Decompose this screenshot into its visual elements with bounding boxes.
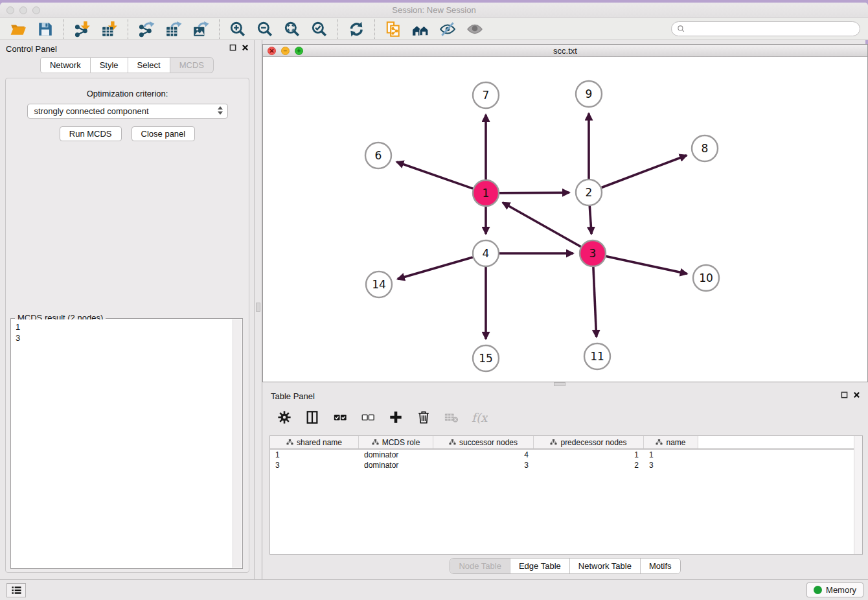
graph-node-1[interactable]: 1 [473,180,499,206]
open-session-icon[interactable] [9,20,27,38]
tab-network-table[interactable]: Network Table [569,559,640,573]
vertical-splitter[interactable] [255,40,262,579]
graph-node-3[interactable]: 3 [580,240,606,266]
gear-icon[interactable] [276,409,293,426]
network-window-titlebar[interactable]: ✕ − + scc.txt [263,45,867,57]
refresh-icon[interactable] [347,20,365,38]
optimization-criterion-label: Optimization criterion: [6,89,249,98]
column-header-predecessor-nodes[interactable]: predecessor nodes [534,436,644,448]
add-icon[interactable] [387,409,404,426]
svg-text:2: 2 [586,186,593,199]
table-cell: 2 [534,460,644,470]
table-panel: Table Panel f(x) shared nameMCDS rolesuc… [262,387,868,579]
close-panel-icon[interactable] [242,44,249,51]
edge-1-6[interactable] [396,162,473,189]
save-session-icon[interactable] [36,20,54,38]
graph-node-11[interactable]: 11 [584,343,610,369]
graph-node-8[interactable]: 8 [692,135,718,161]
tab-motifs[interactable]: Motifs [640,559,680,573]
trash-icon[interactable] [415,409,432,426]
hide-selected-icon[interactable] [439,20,457,38]
horizontal-splitter-grip[interactable] [554,382,565,386]
table-cell: 1 [534,450,644,460]
svg-text:3: 3 [589,247,597,260]
table-row[interactable]: 1dominator411 [270,450,862,460]
column-header-MCDS-role[interactable]: MCDS role [359,436,433,448]
tab-select[interactable]: Select [128,57,170,73]
tab-node-table[interactable]: Node Table [450,559,510,573]
table-cell: 1 [270,450,359,460]
mcds-result-list[interactable]: 1 3 [12,319,233,568]
first-neighbors-icon[interactable] [411,20,429,38]
zoom-selected-icon[interactable] [310,20,328,38]
graph-node-4[interactable]: 4 [473,240,499,266]
edge-3-11[interactable] [593,267,597,337]
criterion-selected-value: strongly connected component [34,106,149,116]
memory-button[interactable]: Memory [806,583,863,597]
float-panel-icon[interactable] [229,44,236,51]
network-graph[interactable]: 7968124314101511 [263,57,867,382]
import-table-icon[interactable] [100,20,119,38]
graph-node-10[interactable]: 10 [693,265,719,291]
node-table[interactable]: shared nameMCDS rolesuccessor nodesprede… [269,435,863,555]
task-history-button[interactable] [6,583,26,597]
edge-2-8[interactable] [602,156,687,188]
export-table-icon[interactable] [165,20,183,38]
export-image-icon[interactable] [192,20,210,38]
svg-text:f(x): f(x) [472,411,488,424]
edge-4-14[interactable] [398,257,473,279]
zoom-out-icon[interactable] [256,20,274,38]
status-bar: Memory [0,579,868,600]
table-scrollbar[interactable] [854,436,862,554]
graph-node-14[interactable]: 14 [366,271,392,297]
zoom-fit-icon[interactable] [283,20,301,38]
edge-3-10[interactable] [606,257,687,274]
tab-network[interactable]: Network [40,57,91,73]
edge-2-3[interactable] [589,206,591,234]
column-header-shared-name[interactable]: shared name [270,436,359,448]
table-cell: 1 [644,450,698,460]
float-panel-icon[interactable] [841,391,848,398]
table-cell: 3 [433,460,534,470]
result-scrollbar[interactable] [233,319,242,568]
svg-text:6: 6 [375,149,382,162]
column-header-successor-nodes[interactable]: successor nodes [433,436,534,448]
search-box[interactable] [671,21,860,36]
window-title: Session: New Session [0,5,868,15]
memory-label: Memory [826,585,856,595]
graph-node-15[interactable]: 15 [473,345,499,371]
zoom-in-icon[interactable] [229,20,247,38]
table-cell: 4 [433,450,534,460]
criterion-select[interactable]: strongly connected component [27,104,228,119]
list-icon [11,586,22,595]
export-network-icon[interactable] [137,20,155,38]
table-cell: 3 [270,460,359,470]
run-mcds-button[interactable]: Run MCDS [60,126,122,141]
svg-text:1: 1 [483,187,490,200]
tab-edge-table[interactable]: Edge Table [510,559,569,573]
memory-status-icon [814,586,822,594]
graph-node-9[interactable]: 9 [576,81,602,107]
graph-node-6[interactable]: 6 [365,143,391,168]
table-row[interactable]: 3dominator323 [270,460,862,470]
edge-1-2[interactable] [499,192,569,193]
splitter-grip[interactable] [256,303,260,312]
copy-networks-icon[interactable] [384,20,402,38]
toggle-columns-icon[interactable] [304,409,321,426]
select-all-icon[interactable] [332,409,348,426]
import-network-icon[interactable] [73,20,91,38]
tab-style[interactable]: Style [91,57,128,73]
column-header-name[interactable]: name [644,436,698,448]
control-panel: Control Panel NetworkStyleSelectMCDS Opt… [0,40,255,579]
select-stepper-icon [218,106,223,117]
edge-3-1[interactable] [503,203,581,247]
close-panel-icon[interactable] [853,391,860,398]
network-canvas[interactable]: 7968124314101511 [263,57,867,382]
tab-mcds[interactable]: MCDS [170,57,214,73]
deselect-all-icon[interactable] [360,409,376,426]
close-panel-button[interactable]: Close panel [131,126,196,141]
graph-node-7[interactable]: 7 [473,82,499,108]
graph-node-2[interactable]: 2 [576,179,602,205]
search-input[interactable] [685,25,860,34]
main-toolbar [0,18,868,40]
